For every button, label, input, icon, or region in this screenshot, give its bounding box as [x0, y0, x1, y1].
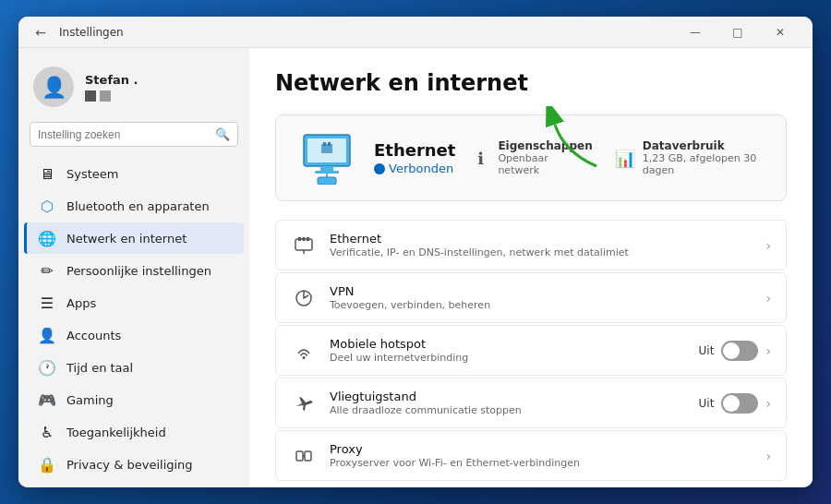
setting-ethernet-text: Ethernet Verificatie, IP- en DNS-instell…: [330, 232, 753, 258]
info-icon: ℹ️: [470, 148, 490, 168]
setting-vpn[interactable]: VPN Toevoegen, verbinden, beheren ›: [275, 272, 787, 323]
privacy-icon: 🔒: [39, 456, 55, 473]
sidebar-item-bluetooth[interactable]: ⬡ Bluetooth en apparaten: [24, 190, 244, 222]
svg-rect-5: [323, 142, 326, 146]
status-card: Ethernet Verbonden ℹ️ Eigenschappen Open…: [275, 114, 787, 201]
svg-rect-6: [328, 142, 331, 146]
proxy-icon: [291, 443, 317, 469]
vliegtuig-right: Uit ›: [699, 393, 771, 414]
svg-rect-12: [303, 237, 306, 241]
status-info: Ethernet Verbonden: [374, 140, 455, 175]
hotspot-right: Uit ›: [699, 341, 771, 361]
window-controls: — □ ✕: [674, 17, 801, 48]
svg-rect-18: [305, 451, 311, 461]
persoonlijk-icon: ✏: [39, 262, 55, 279]
sidebar-item-accounts[interactable]: 👤 Accounts: [24, 319, 244, 351]
sidebar-item-label: Netwerk en internet: [66, 232, 187, 246]
maximize-button[interactable]: □: [717, 17, 759, 48]
user-name: Stefan .: [85, 73, 138, 87]
sidebar-item-label: Bluetooth en apparaten: [66, 199, 210, 213]
setting-hotspot-text: Mobiele hotspot Deel uw internetverbindi…: [330, 337, 686, 364]
minimize-button[interactable]: —: [674, 17, 717, 48]
ethernet-icon: [291, 233, 317, 258]
nav-list: 🖥 Systeem ⬡ Bluetooth en apparaten 🌐 Net…: [18, 158, 249, 480]
setting-vliegtuig[interactable]: Vliegtuigstand Alle draadloze communicat…: [275, 378, 787, 428]
vliegtuig-icon: [291, 390, 317, 416]
chevron-icon: ›: [765, 291, 771, 306]
sidebar-item-netwerk[interactable]: 🌐 Netwerk en internet: [24, 222, 244, 254]
page-title: Netwerk en internet: [275, 70, 787, 96]
svg-rect-2: [320, 166, 333, 171]
main-content: Netwerk en internet: [249, 48, 813, 487]
hotspot-toggle[interactable]: [721, 341, 758, 361]
dataverbruik-action[interactable]: 📊 Dataverbruik 1,23 GB, afgelopen 30 dag…: [615, 139, 767, 176]
accounts-icon: 👤: [39, 327, 55, 343]
setting-vpn-text: VPN Toevoegen, verbinden, beheren: [330, 284, 753, 311]
properties-text: Eigenschappen Openbaar netwerk: [498, 139, 592, 176]
properties-action[interactable]: ℹ️ Eigenschappen Openbaar netwerk: [470, 139, 592, 176]
window-content: 👤 Stefan . 🔍 🖥 Systeem: [18, 48, 813, 487]
avatar: 👤: [33, 66, 74, 107]
svg-rect-4: [321, 144, 332, 153]
user-info: Stefan .: [85, 73, 138, 102]
vliegtuig-toggle[interactable]: [721, 393, 758, 414]
sidebar-item-label: Toegankelijkheid: [66, 426, 166, 439]
sidebar-item-taal[interactable]: 🕐 Tijd en taal: [24, 352, 244, 383]
svg-rect-8: [318, 177, 336, 185]
apps-icon: ☰: [39, 294, 55, 311]
sidebar-item-systeem[interactable]: 🖥 Systeem: [24, 158, 244, 189]
ethernet-illustration: [295, 130, 359, 186]
svg-rect-11: [298, 237, 301, 241]
sidebar-item-persoonlijk[interactable]: ✏ Persoonlijke instellingen: [24, 255, 244, 286]
sidebar-item-label: Systeem: [66, 167, 118, 181]
user-square-1: [85, 90, 96, 102]
taal-icon: 🕐: [39, 359, 55, 376]
user-squares: [85, 90, 138, 102]
svg-point-16: [303, 356, 306, 359]
user-section: 👤 Stefan .: [18, 59, 249, 122]
chevron-icon: ›: [765, 238, 771, 253]
status-connected: Verbonden: [374, 162, 455, 175]
netwerk-icon: 🌐: [39, 230, 55, 246]
status-actions: ℹ️ Eigenschappen Openbaar netwerk 📊 Data…: [470, 139, 767, 176]
sidebar-item-label: Apps: [66, 296, 96, 310]
connected-dot: [374, 163, 385, 174]
search-box[interactable]: 🔍: [30, 122, 238, 147]
settings-window: ← Instellingen — □ ✕ 👤 Stefan .: [18, 17, 813, 487]
chevron-icon: ›: [765, 449, 771, 463]
sidebar-item-gaming[interactable]: 🎮 Gaming: [24, 384, 244, 415]
settings-list: Ethernet Verificatie, IP- en DNS-instell…: [275, 220, 787, 481]
proxy-right: ›: [765, 449, 771, 463]
toegankelijk-icon: ♿: [39, 424, 55, 440]
sidebar-item-toegankelijkheid[interactable]: ♿ Toegankelijkheid: [24, 416, 244, 448]
setting-vliegtuig-text: Vliegtuigstand Alle draadloze communicat…: [330, 390, 686, 416]
svg-rect-3: [315, 171, 339, 174]
dataverbruik-text: Dataverbruik 1,23 GB, afgelopen 30 dagen: [643, 139, 767, 176]
gaming-icon: 🎮: [39, 391, 55, 408]
setting-ethernet[interactable]: Ethernet Verificatie, IP- en DNS-instell…: [275, 220, 787, 270]
setting-proxy[interactable]: Proxy Proxyserver voor Wi-Fi- en Etherne…: [275, 430, 787, 481]
setting-hotspot[interactable]: Mobiele hotspot Deel uw internetverbindi…: [275, 325, 787, 376]
bluetooth-icon: ⬡: [39, 198, 55, 214]
sidebar-item-label: Gaming: [66, 393, 114, 407]
ethernet-right: ›: [765, 238, 771, 253]
status-name: Ethernet: [374, 140, 455, 160]
window-title: Instellingen: [59, 26, 674, 39]
svg-rect-17: [296, 451, 303, 461]
search-input[interactable]: [38, 128, 210, 141]
titlebar: ← Instellingen — □ ✕: [18, 17, 813, 48]
sidebar-item-label: Privacy & beveiliging: [66, 458, 193, 472]
back-button[interactable]: ←: [30, 21, 52, 43]
sidebar-item-label: Tijd en taal: [66, 361, 133, 375]
data-icon: 📊: [615, 148, 635, 168]
chevron-icon: ›: [765, 343, 771, 358]
systeem-icon: 🖥: [39, 165, 55, 182]
sidebar-item-apps[interactable]: ☰ Apps: [24, 287, 244, 318]
chevron-icon: ›: [765, 396, 771, 411]
sidebar-item-privacy[interactable]: 🔒 Privacy & beveiliging: [24, 449, 244, 480]
vpn-right: ›: [765, 291, 771, 306]
vpn-icon: [291, 285, 317, 311]
close-button[interactable]: ✕: [759, 17, 801, 48]
user-square-2: [100, 90, 111, 102]
sidebar: 👤 Stefan . 🔍 🖥 Systeem: [18, 48, 249, 487]
